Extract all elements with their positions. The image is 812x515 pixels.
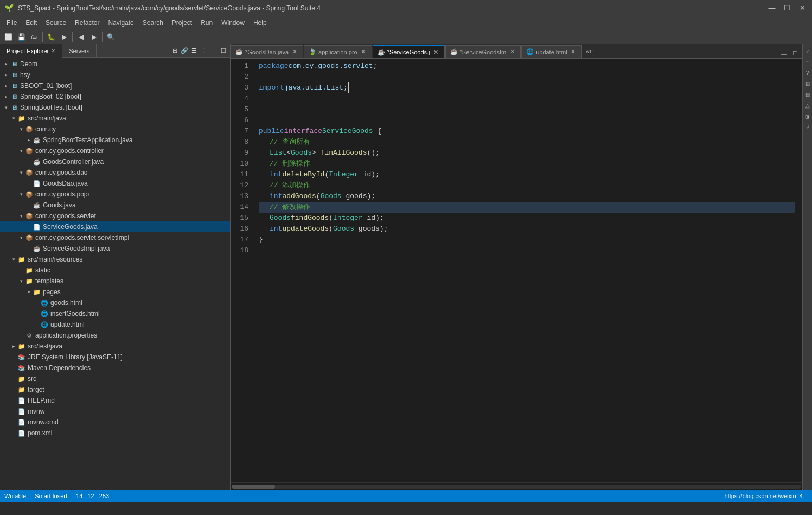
tree-item-deom[interactable]: ▸ 🖥 Deom: [0, 59, 230, 69]
minimize-panel-icon[interactable]: —: [209, 47, 218, 55]
filter-icon[interactable]: ☰: [190, 47, 199, 55]
tree-item-pojo-pkg[interactable]: ▾ 📦 com.cy.goods.pojo: [0, 189, 230, 200]
link-icon[interactable]: 🔗: [180, 47, 189, 55]
tree-item-mvnwcmd[interactable]: 📄 mvnw.cmd: [0, 417, 230, 428]
tab-goodsdao[interactable]: ☕ *GoodsDao.java ✕: [231, 45, 303, 58]
tree-item-insertgoodshtml[interactable]: 🌐 insertGoods.html: [0, 308, 230, 319]
rs-icon-2[interactable]: ≡: [803, 58, 812, 66]
tab-close-icon[interactable]: ✕: [51, 48, 55, 54]
tree-toggle[interactable]: ▾: [17, 126, 25, 132]
menu-source[interactable]: Source: [41, 18, 71, 28]
tree-item-servlet-pkg[interactable]: ▾ 📦 com.cy.goods.servlet: [0, 211, 230, 221]
tab-servicegoodsimpl[interactable]: ☕ *ServiceGoodsIm ✕: [445, 45, 521, 58]
menu-window[interactable]: Window: [217, 18, 249, 28]
close-button[interactable]: ✕: [797, 3, 808, 14]
status-link[interactable]: https://blog.csdn.net/weixin_4...: [725, 493, 808, 499]
tree-toggle[interactable]: ▸: [2, 94, 10, 99]
tree-item-springboot02[interactable]: ▸ 🖥 SpringBoot_02 [boot]: [0, 91, 230, 102]
tree-item-pomxml[interactable]: 📄 pom.xml: [0, 428, 230, 438]
tree-toggle[interactable]: ▾: [2, 105, 10, 110]
menu-navigate[interactable]: Navigate: [104, 18, 138, 28]
collapse-all-icon[interactable]: ⊟: [170, 47, 179, 55]
menu-project[interactable]: Project: [168, 18, 196, 28]
tree-item-target[interactable]: 📁 target: [0, 384, 230, 395]
tab-close-button[interactable]: ✕: [360, 48, 367, 56]
tree-item-springbootapp[interactable]: ▸ ☕ SpringBootTestApplication.java: [0, 135, 230, 145]
tab-servers[interactable]: Servers: [62, 44, 97, 58]
tree-item-jre[interactable]: 📚 JRE System Library [JavaSE-11]: [0, 352, 230, 363]
tree-item-pages[interactable]: ▾ 📁 pages: [0, 287, 230, 297]
tree-toggle[interactable]: ▸: [2, 61, 10, 67]
search-button[interactable]: 🔍: [105, 31, 117, 43]
save-button[interactable]: 💾: [15, 31, 27, 43]
tree-item-src-main-resources[interactable]: ▾ 📁 src/main/resources: [0, 254, 230, 265]
tree-item-templates[interactable]: ▾ 📁 templates: [0, 276, 230, 287]
menu-run[interactable]: Run: [196, 18, 217, 28]
settings-icon[interactable]: ⋮: [200, 47, 208, 55]
tree-toggle[interactable]: ▸: [2, 72, 10, 78]
tree-item-hsy[interactable]: ▸ 🖥 hsy: [0, 69, 230, 80]
tab-close-button[interactable]: ✕: [508, 48, 516, 56]
scrollbar-thumb[interactable]: [232, 485, 275, 489]
tree-toggle[interactable]: ▸: [2, 83, 10, 88]
tree-item-static[interactable]: 📁 static: [0, 265, 230, 276]
menu-file[interactable]: File: [2, 18, 21, 28]
rs-icon-1[interactable]: ✓: [803, 47, 812, 55]
minimize-editor-icon[interactable]: —: [779, 49, 789, 58]
rs-icon-4[interactable]: ⊞: [803, 79, 812, 88]
tree-item-src-main-java[interactable]: ▾ 📁 src/main/java: [0, 113, 230, 124]
menu-edit[interactable]: Edit: [21, 18, 41, 28]
tree-toggle[interactable]: ▾: [10, 116, 17, 121]
tree-item-servletimpl-pkg[interactable]: ▾ 📦 com.cy.goods.servlet.servletImpl: [0, 232, 230, 243]
rs-icon-7[interactable]: ◑: [803, 112, 812, 120]
tree-item-controller-pkg[interactable]: ▾ 📦 com.cy.goods.controller: [0, 145, 230, 156]
minimize-button[interactable]: —: [766, 3, 777, 14]
rs-icon-8[interactable]: ⑂: [803, 123, 812, 131]
tree-item-servicegoods[interactable]: 📄 ServiceGoods.java: [0, 221, 230, 232]
rs-icon-5[interactable]: ⊟: [803, 90, 812, 99]
tree-item-comcy[interactable]: ▾ 📦 com.cy: [0, 124, 230, 135]
tree-toggle[interactable]: ▸: [10, 344, 17, 349]
tree-item-goodshtml[interactable]: 🌐 goods.html: [0, 297, 230, 308]
tree-item-maven-deps[interactable]: 📚 Maven Dependencies: [0, 363, 230, 373]
tree-toggle[interactable]: ▾: [17, 148, 25, 154]
tab-project-explorer[interactable]: Project Explorer ✕: [0, 44, 62, 58]
tree-toggle[interactable]: ▾: [17, 192, 25, 197]
horizontal-scrollbar[interactable]: [231, 482, 802, 490]
tree-toggle[interactable]: ▾: [17, 278, 25, 284]
menu-help[interactable]: Help: [249, 18, 271, 28]
tree-item-sboot01[interactable]: ▸ 🖥 SBOOT_01 [boot]: [0, 80, 230, 91]
menu-search[interactable]: Search: [138, 18, 168, 28]
tree-item-goodsjava[interactable]: ☕ Goods.java: [0, 200, 230, 211]
tab-updatehtml[interactable]: 🌐 update.html ✕: [521, 45, 581, 58]
tree-item-updatehtml[interactable]: 🌐 update.html: [0, 319, 230, 330]
forward-button[interactable]: ▶: [88, 31, 100, 43]
maximize-button[interactable]: ☐: [782, 3, 792, 14]
tree-item-springboottest[interactable]: ▾ 🖥 SpringBootTest [boot]: [0, 102, 230, 113]
tree-item-servicegoodsimpl[interactable]: ☕ ServiceGoodsImpl.java: [0, 243, 230, 254]
tree-toggle[interactable]: ▾: [17, 170, 25, 175]
new-button[interactable]: ⬜: [2, 31, 14, 43]
tree-toggle[interactable]: ▾: [10, 257, 17, 262]
tree-toggle[interactable]: ▾: [17, 235, 25, 240]
tree-toggle[interactable]: ▾: [25, 289, 33, 295]
back-button[interactable]: ◀: [75, 31, 87, 43]
tab-close-button[interactable]: ✕: [291, 48, 298, 56]
tree-item-dao-pkg[interactable]: ▾ 📦 com.cy.goods.dao: [0, 167, 230, 178]
tree-item-goodsdao[interactable]: 📄 GoodsDao.java: [0, 178, 230, 189]
tree-item-src-test[interactable]: ▸ 📁 src/test/java: [0, 341, 230, 352]
tab-appprops[interactable]: 🍃 application.pro ✕: [304, 45, 372, 58]
tree-toggle[interactable]: ▾: [17, 213, 25, 219]
tree-item-mvnw[interactable]: 📄 mvnw: [0, 406, 230, 417]
maximize-panel-icon[interactable]: ☐: [219, 47, 228, 55]
tree-toggle[interactable]: ▸: [25, 137, 33, 143]
rs-icon-3[interactable]: ?: [803, 68, 812, 77]
run-button[interactable]: ▶: [58, 31, 70, 43]
tab-close-button[interactable]: ✕: [432, 48, 440, 56]
debug-button[interactable]: 🐛: [45, 31, 57, 43]
more-tabs-button[interactable]: »11: [583, 45, 598, 58]
menu-refactor[interactable]: Refactor: [71, 18, 104, 28]
code-editor[interactable]: 12345 678910 1112131415 161718 package c…: [231, 59, 802, 482]
save-all-button[interactable]: 🗂: [28, 31, 40, 43]
tree-item-goodscontroller[interactable]: ☕ GoodsController.java: [0, 156, 230, 167]
